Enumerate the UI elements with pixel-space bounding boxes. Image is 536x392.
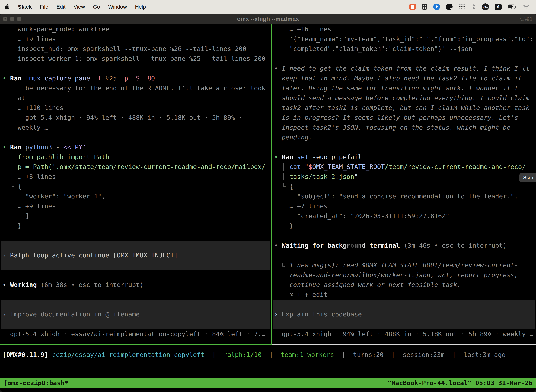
terminal-window: omx --xhigh --madmax ⌥⌘1 workspace_mode:… <box>0 14 536 392</box>
terminal-row: gpt-5.4 xhigh · 94% left · 488K in · 5.1… <box>0 113 271 123</box>
terminal-row: } <box>0 221 271 231</box>
terminal-row <box>272 54 536 64</box>
lightning-badge-icon[interactable] <box>433 4 440 10</box>
terminal-row <box>272 250 536 260</box>
terminal-row: "completed","claim_token":"claim-token"}… <box>272 44 536 54</box>
keyboard-key-text: A <box>497 5 500 9</box>
terminal-row: keep that in mind. Maybe I also need the… <box>272 73 536 83</box>
terminal-row: continue assigned work or next feasible … <box>272 280 536 290</box>
terminal-row <box>1 300 270 309</box>
terminal-row: • I need to get the claim token from the… <box>272 64 536 73</box>
terminal-row: │ from pathlib import Path <box>0 152 271 162</box>
terminal-row: is in progress? It seems likely but perh… <box>272 113 536 123</box>
text-cursor: I <box>10 311 14 318</box>
terminal-row: "subject": "send a concise recommendatio… <box>272 191 536 201</box>
window-shortcut-badge: ⌥⌘1 <box>518 14 533 24</box>
terminal-row: … +9 lines <box>0 34 271 44</box>
terminal-row: │ … +3 lines <box>0 172 271 182</box>
hud-pane: [OMX#0.11.9] cczip/essay/ai-reimplementa… <box>0 345 536 378</box>
window-title: omx --xhigh --madmax <box>0 16 536 22</box>
menu-item-view[interactable]: View <box>73 4 85 10</box>
terminal-row <box>1 241 270 250</box>
terminal-row: inspect_worker-1: omx sparkshell --tmux-… <box>0 54 271 64</box>
menu-item-file[interactable]: File <box>40 4 48 10</box>
terminal-row: '{"team_name":"my-team","task_id":"1","f… <box>272 34 536 44</box>
terminal-row <box>273 300 535 309</box>
terminal-row: "created_at": "2026-03-31T11:59:27.816Z" <box>272 211 536 221</box>
wifi-icon[interactable] <box>523 4 530 10</box>
terminal-row: ↳ 1 new msg(s): read $OMX_TEAM_STATE_ROO… <box>272 260 536 270</box>
terminal-row: • Working (6m 38s • esc to interrupt) <box>0 280 271 290</box>
terminal-row: gpt-5.4 xhigh · essay/ai-reimplementatio… <box>0 329 271 339</box>
terminal-row <box>0 270 271 280</box>
minimize-button[interactable] <box>10 17 14 21</box>
menu-app-name[interactable]: Slack <box>18 4 32 10</box>
terminal-row: [OMX#0.11.9] cczip/essay/ai-reimplementa… <box>0 350 536 360</box>
terminal-row: weekly … <box>0 123 271 132</box>
menu-item-help[interactable]: Help <box>135 4 146 10</box>
terminal-row: └ { <box>272 182 536 191</box>
terminal-content: workspace_mode: worktree … +9 lines insp… <box>0 24 536 392</box>
tmux-host-clock-label: "MacBook-Pro-44.local" 05:03 31-Mar-26 <box>388 379 532 387</box>
left-terminal-pane[interactable]: workspace_mode: worktree … +9 lines insp… <box>0 24 271 344</box>
dots-grid-icon[interactable] <box>459 4 465 10</box>
terminal-row: readme-and-reco/mailbox/worker-1.json, a… <box>272 270 536 280</box>
prompt-input-row[interactable]: › Explain this codebase <box>273 309 535 319</box>
zoom-button[interactable] <box>17 17 21 21</box>
terminal-row <box>1 260 270 270</box>
squiggle-app-icon[interactable] <box>471 3 476 10</box>
battery-percent-badge-icon[interactable]: ..61 <box>482 3 489 10</box>
apple-menu-icon[interactable] <box>5 3 10 10</box>
terminal-row: inspect_hud: omx sparkshell --tmux-pane … <box>0 44 271 54</box>
menu-status-icons: ..61 A <box>409 3 531 10</box>
keyboard-a-icon[interactable]: A <box>495 4 502 10</box>
terminal-row: │ p = Path('.omx/state/team/review-curre… <box>0 162 271 172</box>
prompt-input-row[interactable]: › Improve documentation in @filename <box>1 309 270 319</box>
terminal-row: … +9 lines <box>0 201 271 211</box>
terminal-row: └ { <box>0 182 271 191</box>
terminal-row: … +110 lines <box>0 103 271 113</box>
tmux-status-bar: [omx-cczip0:bash* "MacBook-Pro-44.local"… <box>0 378 536 388</box>
chat-app-icon[interactable] <box>409 4 416 10</box>
terminal-row: │ cat "$OMX_TEAM_STATE_ROOT/team/review-… <box>272 162 536 172</box>
terminal-row: ⌥ + ↑ edit <box>272 290 536 300</box>
terminal-row: at <box>0 93 271 103</box>
right-terminal-pane[interactable]: … +16 lines '{"team_name":"my-team","tas… <box>272 24 536 344</box>
screen: Slack FileEditViewGoWindowHelp ..61 A <box>0 0 536 392</box>
terminal-row: › Ralph loop active continue [OMX_TMUX_I… <box>1 250 270 260</box>
shield-grid-icon[interactable] <box>422 4 427 10</box>
terminal-row: … +7 lines <box>272 201 536 211</box>
crescent-app-icon[interactable] <box>446 4 453 10</box>
terminal-row <box>272 142 536 152</box>
terminal-row: │ tasks/task-2.json" <box>272 172 536 182</box>
tmux-session-label: [omx-cczip0:bash* <box>4 379 68 387</box>
terminal-row: gpt-5.4 xhigh · 94% left · 488K in · 5.1… <box>272 329 536 339</box>
menu-item-edit[interactable]: Edit <box>57 4 66 10</box>
terminal-row: pending. <box>272 132 536 142</box>
battery-badge-text: ..61 <box>483 5 488 9</box>
terminal-row: task2 after task1 is complete, but can I… <box>272 103 536 113</box>
terminal-row: • Ran python3 - <<'PY' <box>0 142 271 152</box>
battery-charging-icon[interactable] <box>507 4 517 9</box>
terminal-row: ] <box>0 211 271 221</box>
terminal-row: workspace_mode: worktree <box>0 24 271 34</box>
terminal-row <box>0 290 271 300</box>
menu-item-go[interactable]: Go <box>93 4 100 10</box>
terminal-row <box>1 319 270 329</box>
terminal-row: └ be necessary for the end of the README… <box>0 83 271 93</box>
macos-menu-bar: Slack FileEditViewGoWindowHelp ..61 A <box>0 0 536 14</box>
terminal-row <box>273 319 535 329</box>
terminal-row <box>272 231 536 241</box>
terminal-row: • Ran set -euo pipefail <box>272 152 536 162</box>
terminal-row <box>0 132 271 142</box>
terminal-row: inspect task2's JSON, focusing on the st… <box>272 123 536 132</box>
traffic-lights <box>3 14 21 24</box>
terminal-row: "worker": "worker-1", <box>0 191 271 201</box>
screen-tooltip: Scre <box>519 173 536 182</box>
close-button[interactable] <box>3 17 7 21</box>
terminal-row: later. Using the same for transition mig… <box>272 83 536 93</box>
menu-item-window[interactable]: Window <box>108 4 127 10</box>
terminal-row: … +16 lines <box>272 24 536 34</box>
window-title-bar[interactable]: omx --xhigh --madmax ⌥⌘1 <box>0 14 536 24</box>
terminal-row <box>0 231 271 241</box>
